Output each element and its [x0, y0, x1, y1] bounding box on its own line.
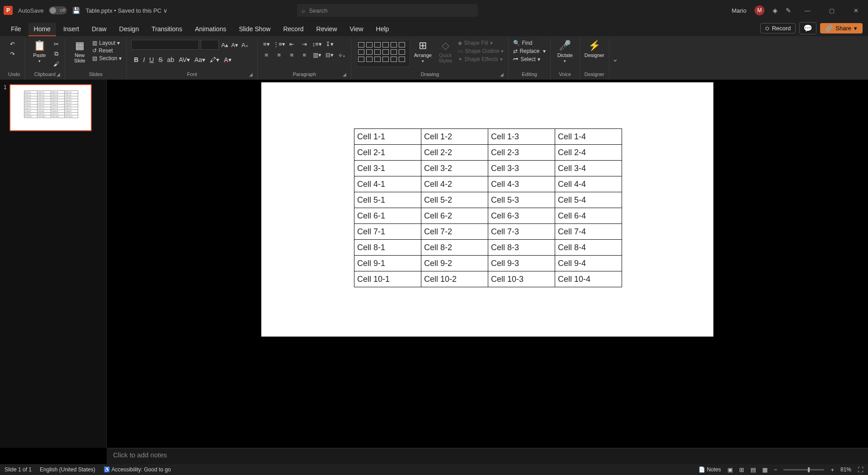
tab-transitions[interactable]: Transitions [146, 23, 188, 36]
section-button[interactable]: ▤ Section ▾ [92, 55, 122, 62]
highlight-button[interactable]: 🖍▾ [210, 56, 219, 63]
replace-button[interactable]: ⇄ Replace ▾ [513, 48, 545, 54]
copy-icon[interactable]: ⧉ [52, 50, 60, 58]
slide-canvas[interactable]: Cell 1-1Cell 1-2Cell 1-3Cell 1-4Cell 2-1… [261, 82, 713, 337]
search-box[interactable]: ⌕ Search [297, 4, 478, 17]
table-cell[interactable]: Cell 8-2 [421, 240, 488, 256]
font-name-input[interactable] [131, 40, 199, 50]
content-table[interactable]: Cell 1-1Cell 1-2Cell 1-3Cell 1-4Cell 2-1… [354, 128, 622, 287]
table-cell[interactable]: Cell 7-2 [421, 224, 488, 240]
user-name[interactable]: Mario [731, 7, 746, 14]
table-cell[interactable]: Cell 9-1 [354, 256, 421, 271]
paragraph-launcher-icon[interactable]: ◢ [343, 72, 346, 77]
table-cell[interactable]: Cell 9-2 [421, 256, 488, 271]
share-button[interactable]: 🔗Share▾ [820, 23, 863, 33]
table-cell[interactable]: Cell 10-1 [354, 271, 421, 287]
record-button[interactable]: Record [760, 23, 796, 33]
format-painter-icon[interactable]: 🖌 [52, 60, 60, 68]
bold-button[interactable]: B [134, 56, 138, 63]
zoom-out-button[interactable]: − [774, 466, 778, 473]
shapes-gallery[interactable] [356, 40, 410, 67]
table-cell[interactable]: Cell 7-4 [555, 224, 622, 240]
table-cell[interactable]: Cell 1-4 [555, 129, 622, 145]
table-cell[interactable]: Cell 5-2 [421, 192, 488, 208]
slide-area[interactable]: Cell 1-1Cell 1-2Cell 1-3Cell 1-4Cell 2-1… [107, 80, 868, 448]
tab-view[interactable]: View [344, 23, 369, 36]
table-cell[interactable]: Cell 6-2 [421, 208, 488, 224]
table-cell[interactable]: Cell 3-1 [354, 161, 421, 176]
table-cell[interactable]: Cell 10-4 [555, 271, 622, 287]
arrange-button[interactable]: ⊞Arrange▾ [413, 40, 433, 63]
align-center-button[interactable]: ≡ [275, 51, 283, 59]
document-title[interactable]: Table.pptx • Saved to this PC ∨ [85, 7, 167, 14]
tab-help[interactable]: Help [371, 23, 395, 36]
quick-styles-button[interactable]: ◇Quick Styles [435, 40, 455, 63]
table-cell[interactable]: Cell 6-1 [354, 208, 421, 224]
table-cell[interactable]: Cell 6-4 [555, 208, 622, 224]
diamond-icon[interactable]: ◈ [773, 7, 778, 14]
autosave-toggle[interactable]: Off [49, 6, 67, 14]
comments-button[interactable]: 💬 [799, 22, 816, 34]
line-spacing-button[interactable]: ↕≡▾ [313, 40, 321, 48]
shadow-button[interactable]: ab [167, 56, 175, 63]
clipboard-launcher-icon[interactable]: ◢ [57, 72, 60, 77]
language-status[interactable]: English (United States) [40, 466, 95, 473]
table-cell[interactable]: Cell 10-2 [421, 271, 488, 287]
cut-icon[interactable]: ✂ [52, 40, 60, 48]
text-direction-button[interactable]: ↧▾ [326, 40, 334, 48]
designer-button[interactable]: ⚡Designer [585, 40, 604, 58]
strikethrough-button[interactable]: S [158, 56, 162, 63]
undo-icon[interactable]: ↶ [8, 40, 16, 48]
shape-outline-button[interactable]: ▭ Shape Outline ▾ [458, 48, 504, 54]
reading-view-button[interactable]: ▤ [750, 466, 756, 473]
increase-font-icon[interactable]: A▴ [221, 41, 229, 49]
table-cell[interactable]: Cell 8-3 [488, 240, 555, 256]
table-cell[interactable]: Cell 1-1 [354, 129, 421, 145]
table-cell[interactable]: Cell 4-2 [421, 176, 488, 192]
table-cell[interactable]: Cell 5-3 [488, 192, 555, 208]
tab-review[interactable]: Review [311, 23, 343, 36]
reset-button[interactable]: ↺ Reset [92, 48, 122, 54]
zoom-slider[interactable] [783, 469, 824, 470]
table-cell[interactable]: Cell 7-3 [488, 224, 555, 240]
collapse-ribbon-button[interactable]: ⌄ [609, 55, 621, 63]
table-cell[interactable]: Cell 7-1 [354, 224, 421, 240]
table-cell[interactable]: Cell 4-1 [354, 176, 421, 192]
slide-thumbnail-1[interactable]: Cell 1-1Cell 1-2Cell 1-3Cell 1-4Cell 2-1… [9, 84, 92, 131]
smartart-button[interactable]: ⟐▾ [338, 51, 346, 59]
zoom-level[interactable]: 81% [840, 466, 851, 473]
table-cell[interactable]: Cell 2-2 [421, 145, 488, 161]
tab-file[interactable]: File [5, 23, 27, 36]
bullets-button[interactable]: ≡▾ [262, 40, 270, 48]
table-cell[interactable]: Cell 2-4 [555, 145, 622, 161]
decrease-font-icon[interactable]: A▾ [231, 41, 239, 49]
pen-icon[interactable]: ✎ [786, 7, 791, 14]
table-cell[interactable]: Cell 5-4 [555, 192, 622, 208]
change-case-button[interactable]: Aa▾ [194, 56, 205, 63]
char-spacing-button[interactable]: AV▾ [179, 56, 190, 63]
shape-fill-button[interactable]: ◆ Shape Fill ▾ [458, 40, 504, 46]
table-cell[interactable]: Cell 6-3 [488, 208, 555, 224]
tab-record[interactable]: Record [278, 23, 309, 36]
slideshow-view-button[interactable]: ▦ [762, 466, 768, 473]
clear-formatting-icon[interactable]: Aₓ [241, 41, 249, 49]
select-button[interactable]: ⮫ Select ▾ [513, 56, 540, 62]
tab-insert[interactable]: Insert [58, 23, 85, 36]
save-icon[interactable]: 💾 [72, 7, 80, 14]
align-left-button[interactable]: ≡ [262, 51, 270, 59]
notes-toggle[interactable]: 📄 Notes [698, 466, 721, 473]
table-cell[interactable]: Cell 4-4 [555, 176, 622, 192]
layout-button[interactable]: ▥ Layout ▾ [92, 40, 122, 46]
font-size-input[interactable] [201, 40, 219, 50]
tab-draw[interactable]: Draw [86, 23, 112, 36]
minimize-button[interactable]: ― [799, 7, 816, 14]
close-button[interactable]: ✕ [848, 7, 864, 14]
align-right-button[interactable]: ≡ [288, 51, 296, 59]
underline-button[interactable]: U [149, 56, 154, 63]
tab-animations[interactable]: Animations [189, 23, 231, 36]
sorter-view-button[interactable]: ⊞ [739, 466, 744, 473]
normal-view-button[interactable]: ▣ [727, 466, 733, 473]
table-cell[interactable]: Cell 9-4 [555, 256, 622, 271]
table-cell[interactable]: Cell 3-4 [555, 161, 622, 176]
table-cell[interactable]: Cell 8-1 [354, 240, 421, 256]
